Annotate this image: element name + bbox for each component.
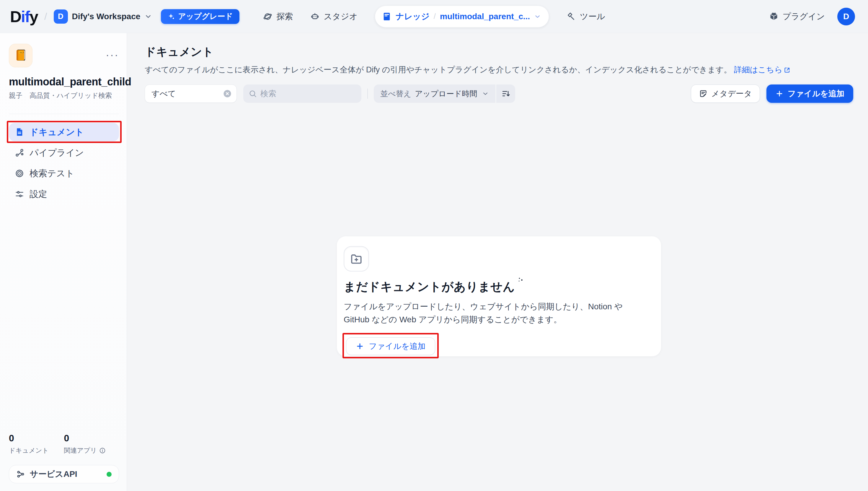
- filter-toolbar: すべて 並べ替え アップロード時間: [145, 85, 853, 103]
- folder-icon-box: [344, 246, 369, 271]
- workspace-selector[interactable]: D Dify's Workspace: [54, 9, 152, 24]
- dify-logo[interactable]: Dify: [10, 8, 38, 25]
- stat-label: ドキュメント: [9, 446, 49, 455]
- chevron-down-icon[interactable]: [534, 13, 541, 20]
- stat-value: 0: [9, 433, 64, 444]
- nav-item-studio[interactable]: スタジオ: [310, 11, 358, 22]
- page-description: すべてのファイルがここに表示され、ナレッジベース全体が Dify の引用やチャッ…: [145, 64, 853, 76]
- tools-hammer-icon: [566, 12, 576, 21]
- sort-group: 並べ替え アップロード時間: [374, 85, 515, 103]
- empty-state-card: まだドキュメントがありません ファイルをアップロードしたり、ウェブサイトから同期…: [337, 236, 661, 356]
- kb-stats: 0 ドキュメント 0 関連アプリ: [9, 433, 119, 455]
- plugins-cube-icon: [769, 12, 779, 21]
- logo-letter: if: [21, 8, 30, 25]
- sidebar-item-documents[interactable]: ドキュメント: [9, 123, 119, 141]
- nav-label: スタジオ: [324, 11, 358, 22]
- kb-more-button[interactable]: ···: [106, 50, 119, 60]
- sort-label: 並べ替え: [380, 89, 411, 99]
- service-api-label: サービスAPI: [30, 468, 78, 480]
- nav-item-tools[interactable]: ツール: [566, 11, 605, 22]
- plus-icon: [775, 89, 783, 98]
- sidebar-divider: [9, 114, 119, 114]
- nav-label: 探索: [277, 11, 293, 22]
- stat-documents: 0 ドキュメント: [9, 433, 64, 455]
- dify-app: Dify / D Dify's Workspace アップグレード 探索 スタジ…: [0, 0, 868, 491]
- kb-title: multimodal_parent_child: [9, 76, 119, 88]
- breadcrumb-slash: /: [434, 12, 436, 21]
- kb-method-tag: 高品質・ハイブリッド検索: [30, 91, 112, 100]
- knowledge-book-icon: [381, 11, 392, 22]
- document-icon: [15, 127, 24, 137]
- studio-robot-icon: [310, 12, 320, 21]
- pipeline-icon: [15, 148, 24, 157]
- nav-item-plugins[interactable]: プラグイン: [769, 11, 825, 22]
- nav-item-explore[interactable]: 探索: [263, 11, 293, 22]
- scope-filter-dropdown[interactable]: すべて: [145, 85, 237, 103]
- sidebar-item-documents-wrap: ドキュメント: [9, 123, 119, 141]
- sidebar-item-retrieval-test[interactable]: 検索テスト: [9, 164, 119, 182]
- sort-descending-icon: [501, 89, 510, 98]
- chevron-down-icon: [482, 90, 489, 97]
- upgrade-button[interactable]: アップグレード: [161, 9, 240, 24]
- topbar: Dify / D Dify's Workspace アップグレード 探索 スタジ…: [0, 0, 868, 33]
- sidebar-item-settings[interactable]: 設定: [9, 185, 119, 203]
- breadcrumb-knowledge-pill[interactable]: ナレッジ / multimodal_parent_c...: [375, 6, 549, 27]
- plus-icon: [356, 342, 364, 350]
- metadata-button[interactable]: メタデータ: [691, 85, 760, 103]
- sidebar-bottom: 0 ドキュメント 0 関連アプリ サービスAPI: [9, 433, 119, 483]
- online-status-dot: [106, 472, 112, 477]
- api-nodes-icon: [16, 470, 25, 479]
- metadata-edit-icon: [699, 89, 708, 98]
- page-body: VOL.4 ··· multimodal_parent_child 親子 高品質…: [0, 33, 868, 491]
- sliders-icon: [15, 190, 24, 199]
- nav-label: プラグイン: [783, 11, 825, 22]
- sidebar-item-label: パイプライン: [30, 147, 84, 159]
- kb-mode-tag: 親子: [9, 91, 23, 100]
- kb-subtitle: 親子 高品質・ハイブリッド検索: [9, 91, 119, 100]
- stat-value: 0: [64, 433, 119, 444]
- search-input[interactable]: [260, 89, 356, 98]
- topbar-right: プラグイン D: [769, 8, 855, 25]
- scope-filter-value: すべて: [151, 88, 176, 99]
- sparkle-icon: [167, 13, 175, 20]
- description-text: すべてのファイルがここに表示され、ナレッジベース全体が Dify の引用やチャッ…: [145, 65, 732, 74]
- empty-title-row: まだドキュメントがありません: [344, 279, 649, 295]
- sort-order-button[interactable]: [496, 85, 515, 103]
- sort-value: アップロード時間: [415, 89, 477, 99]
- breadcrumb-knowledge-label[interactable]: ナレッジ: [396, 11, 430, 22]
- empty-add-file-button[interactable]: ファイルを追加: [346, 337, 435, 355]
- stat-linked-apps: 0 関連アプリ: [64, 433, 119, 455]
- sidebar-item-label: 設定: [30, 188, 47, 200]
- workspace-name: Dify's Workspace: [72, 12, 141, 21]
- breadcrumb-current-kb[interactable]: multimodal_parent_c...: [440, 12, 530, 21]
- empty-state-description: ファイルをアップロードしたり、ウェブサイトから同期したり、Notion や Gi…: [344, 300, 645, 326]
- breadcrumb-slash: /: [44, 11, 47, 22]
- page-title: ドキュメント: [145, 44, 853, 59]
- empty-state-title: まだドキュメントがありません: [344, 279, 515, 295]
- service-api-button[interactable]: サービスAPI: [9, 465, 119, 483]
- search-icon: [249, 89, 257, 98]
- search-box: [243, 85, 361, 103]
- sidebar-nav: ドキュメント パイプライン 検索テスト 設定: [9, 123, 119, 203]
- sidebar-item-pipeline[interactable]: パイプライン: [9, 144, 119, 162]
- user-avatar[interactable]: D: [837, 8, 855, 25]
- explore-icon: [263, 12, 273, 21]
- documents-main: ドキュメント すべてのファイルがここに表示され、ナレッジベース全体が Dify …: [127, 33, 868, 491]
- clear-filter-icon[interactable]: [223, 89, 232, 98]
- folder-plus-icon: [349, 252, 363, 266]
- topbar-left: Dify / D Dify's Workspace アップグレード: [10, 8, 240, 25]
- learn-more-link[interactable]: 詳細はこちら: [734, 64, 791, 76]
- add-file-button[interactable]: ファイルを追加: [767, 85, 853, 103]
- sidebar-item-label: ドキュメント: [30, 126, 84, 138]
- sort-dropdown[interactable]: 並べ替え アップロード時間: [374, 85, 495, 103]
- sidebar-item-label: 検索テスト: [30, 168, 74, 180]
- logo-letter: D: [10, 8, 21, 25]
- external-link-icon: [783, 66, 790, 74]
- kb-header: VOL.4 ···: [9, 44, 119, 67]
- toolbar-actions: メタデータ ファイルを追加: [691, 85, 853, 103]
- info-icon[interactable]: [99, 447, 106, 454]
- sparkle-dots-icon: [517, 276, 525, 285]
- kb-icon: VOL.4: [9, 44, 32, 67]
- toolbar-divider: [367, 89, 368, 99]
- nav-label: ツール: [580, 11, 605, 22]
